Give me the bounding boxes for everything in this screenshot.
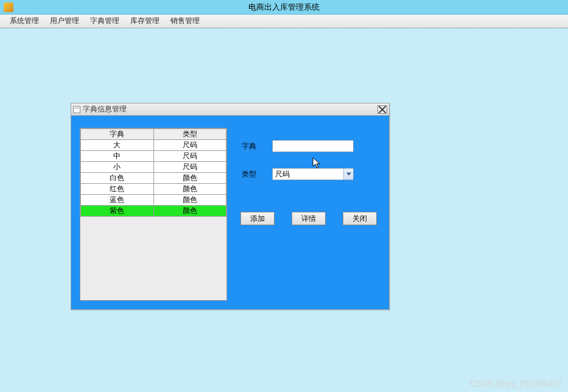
- close-button[interactable]: 关闭: [343, 212, 377, 225]
- dict-input[interactable]: [272, 140, 354, 152]
- cell-dict: 紫色: [81, 206, 154, 217]
- cell-dict: 大: [81, 140, 154, 151]
- dict-table-wrap: 字典 类型 大尺码中尺码小尺码白色颜色红色颜色蓝色颜色紫色颜色: [80, 128, 227, 301]
- app-titlebar: 电商出入库管理系统: [0, 0, 568, 15]
- menu-user[interactable]: 用户管理: [45, 15, 84, 27]
- dialog-body: 字典 类型 大尺码中尺码小尺码白色颜色红色颜色蓝色颜色紫色颜色 字典 类型 尺码: [71, 116, 389, 309]
- cell-type: 尺码: [153, 151, 226, 162]
- menu-dict[interactable]: 字典管理: [85, 15, 124, 27]
- close-icon[interactable]: [377, 105, 387, 114]
- workspace: 字典信息管理 字典 类型 大尺码中尺码小尺码白色颜色红色颜色蓝色颜色紫色颜色: [0, 28, 568, 392]
- dict-label: 字典: [242, 141, 262, 152]
- dict-dialog: 字典信息管理 字典 类型 大尺码中尺码小尺码白色颜色红色颜色蓝色颜色紫色颜色: [71, 103, 390, 310]
- svg-marker-2: [346, 173, 351, 176]
- type-select-value: 尺码: [275, 169, 290, 180]
- menu-sales[interactable]: 销售管理: [166, 15, 205, 27]
- dialog-titlebar[interactable]: 字典信息管理: [71, 103, 389, 116]
- cell-dict: 中: [81, 151, 154, 162]
- cell-type: 尺码: [153, 162, 226, 173]
- table-row[interactable]: 小尺码: [81, 162, 226, 173]
- button-row: 添加 详情 关闭: [240, 212, 377, 225]
- menubar: 系统管理 用户管理 字典管理 库存管理 销售管理: [0, 15, 568, 28]
- cell-dict: 蓝色: [81, 195, 154, 206]
- detail-button[interactable]: 详情: [292, 212, 326, 225]
- dialog-window-icon: [73, 106, 80, 113]
- add-button[interactable]: 添加: [240, 212, 275, 225]
- cell-type: 颜色: [153, 184, 226, 195]
- dialog-title: 字典信息管理: [83, 104, 127, 114]
- cell-dict: 白色: [81, 173, 154, 184]
- table-row[interactable]: 中尺码: [81, 151, 226, 162]
- col-header-dict[interactable]: 字典: [81, 129, 154, 140]
- table-row[interactable]: 蓝色颜色: [81, 195, 226, 206]
- dict-table[interactable]: 字典 类型 大尺码中尺码小尺码白色颜色红色颜色蓝色颜色紫色颜色: [80, 128, 226, 217]
- watermark: CSDN @qq_251836457: [470, 379, 562, 388]
- table-row[interactable]: 大尺码: [81, 140, 226, 151]
- cell-dict: 小: [81, 162, 154, 173]
- cell-type: 尺码: [153, 140, 226, 151]
- form-area: 字典 类型 尺码: [242, 140, 380, 196]
- cell-type: 颜色: [153, 173, 226, 184]
- type-select[interactable]: 尺码: [272, 168, 354, 180]
- table-row[interactable]: 白色颜色: [81, 173, 226, 184]
- chevron-down-icon[interactable]: [343, 169, 353, 180]
- app-icon: [4, 2, 13, 12]
- cell-type: 颜色: [153, 195, 226, 206]
- table-row[interactable]: 紫色颜色: [81, 206, 226, 217]
- cell-type: 颜色: [153, 206, 226, 217]
- col-header-type[interactable]: 类型: [153, 129, 226, 140]
- app-title: 电商出入库管理系统: [248, 2, 320, 13]
- cell-dict: 红色: [81, 184, 154, 195]
- menu-stock[interactable]: 库存管理: [125, 15, 164, 27]
- type-label: 类型: [242, 169, 262, 180]
- menu-system[interactable]: 系统管理: [5, 15, 44, 27]
- table-row[interactable]: 红色颜色: [81, 184, 226, 195]
